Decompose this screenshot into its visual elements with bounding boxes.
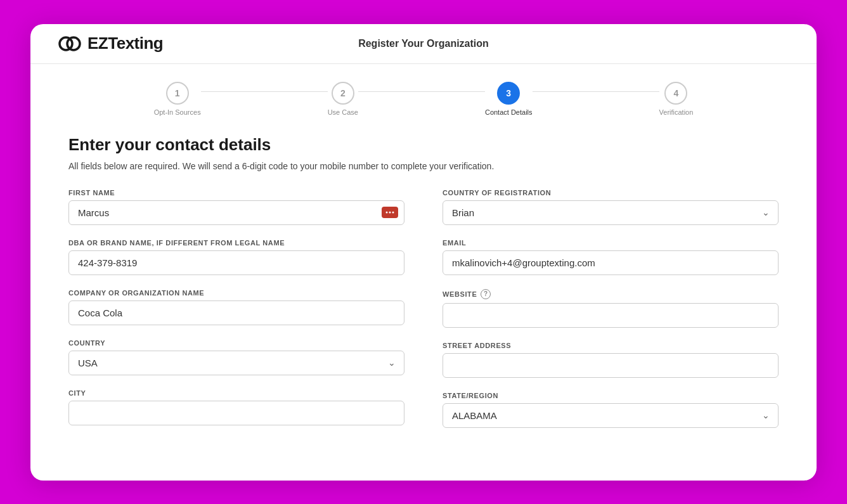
first-name-icon-button[interactable] xyxy=(382,207,398,218)
state-group: STATE/REGION ALABAMA ALASKA ARIZONA ⌄ xyxy=(443,392,779,428)
website-group: WEBSITE ? xyxy=(443,289,779,328)
first-name-label: FIRST NAME xyxy=(68,189,404,197)
main-card: EZTexting Register Your Organization 1 O… xyxy=(30,24,817,481)
country-label: COUNTRY xyxy=(68,339,404,347)
step-4: 4 Verification xyxy=(659,82,694,116)
dba-input[interactable] xyxy=(68,250,404,275)
step-4-circle: 4 xyxy=(664,82,687,105)
step-1-circle: 1 xyxy=(166,82,189,105)
street-input[interactable] xyxy=(443,353,779,378)
country-select-wrapper: USA Canada UK ⌄ xyxy=(68,351,404,375)
right-column: COUNTRY OF REGISTRATION Brian USA ⌄ EMAI… xyxy=(443,189,779,442)
website-input[interactable] xyxy=(443,303,779,328)
svg-point-4 xyxy=(392,212,394,214)
page-title: Register Your Organization xyxy=(358,38,489,49)
step-line-2 xyxy=(358,91,485,92)
email-group: EMAIL xyxy=(443,239,779,275)
state-label: STATE/REGION xyxy=(443,392,779,399)
step-2-circle: 2 xyxy=(332,82,354,105)
svg-point-3 xyxy=(389,212,391,214)
header: EZTexting Register Your Organization xyxy=(30,24,817,64)
street-group: STREET ADDRESS xyxy=(443,342,779,378)
left-column: FIRST NAME DBA OR BR xyxy=(68,189,404,442)
country-of-registration-label: COUNTRY OF REGISTRATION xyxy=(443,189,779,197)
step-3-circle: 3 xyxy=(497,82,520,105)
step-line-3 xyxy=(533,91,659,92)
city-label: CITY xyxy=(68,389,404,397)
step-3-label: Contact Details xyxy=(485,108,533,116)
company-group: COMPANY OR ORGANIZATION NAME xyxy=(68,289,404,325)
dots-icon xyxy=(385,209,394,216)
step-3: 3 Contact Details xyxy=(485,82,533,116)
step-1-label: Opt-In Sources xyxy=(154,108,201,116)
email-label: EMAIL xyxy=(443,239,779,247)
step-4-label: Verification xyxy=(659,108,694,116)
company-input[interactable] xyxy=(68,300,404,325)
step-line-1 xyxy=(201,91,328,92)
first-name-input[interactable] xyxy=(68,200,404,225)
state-select-wrapper: ALABAMA ALASKA ARIZONA ⌄ xyxy=(443,403,779,428)
step-1: 1 Opt-In Sources xyxy=(154,82,201,116)
logo-icon xyxy=(56,30,84,58)
form-content: Enter your contact details All fields be… xyxy=(30,122,817,467)
website-label: WEBSITE ? xyxy=(443,289,779,299)
street-label: STREET ADDRESS xyxy=(443,342,779,349)
step-2: 2 Use Case xyxy=(328,82,358,116)
first-name-wrapper xyxy=(68,200,404,225)
country-of-registration-wrapper: Brian USA ⌄ xyxy=(443,200,779,225)
svg-point-2 xyxy=(386,212,388,214)
country-group: COUNTRY USA Canada UK ⌄ xyxy=(68,339,404,375)
logo-text: EZTexting xyxy=(87,34,163,53)
logo: EZTexting xyxy=(56,30,163,58)
email-input[interactable] xyxy=(443,250,779,275)
country-of-registration-select[interactable]: Brian USA xyxy=(443,200,779,225)
city-group: CITY xyxy=(68,389,404,425)
first-name-group: FIRST NAME xyxy=(68,189,404,225)
svg-point-1 xyxy=(67,37,80,50)
dba-group: DBA OR BRAND NAME, IF DIFFERENT FROM LEG… xyxy=(68,239,404,275)
state-select[interactable]: ALABAMA ALASKA ARIZONA xyxy=(443,403,779,428)
form-grid: FIRST NAME DBA OR BR xyxy=(68,189,779,442)
form-title: Enter your contact details xyxy=(68,135,779,155)
country-select[interactable]: USA Canada UK xyxy=(68,351,404,375)
website-help-icon[interactable]: ? xyxy=(481,289,491,299)
company-label: COMPANY OR ORGANIZATION NAME xyxy=(68,289,404,297)
dba-label: DBA OR BRAND NAME, IF DIFFERENT FROM LEG… xyxy=(68,239,404,247)
step-2-label: Use Case xyxy=(328,108,358,116)
form-description: All fields below are required. We will s… xyxy=(68,161,779,171)
country-of-registration-group: COUNTRY OF REGISTRATION Brian USA ⌄ xyxy=(443,189,779,225)
stepper: 1 Opt-In Sources 2 Use Case 3 Contact De… xyxy=(30,64,817,122)
city-input[interactable] xyxy=(68,401,404,425)
